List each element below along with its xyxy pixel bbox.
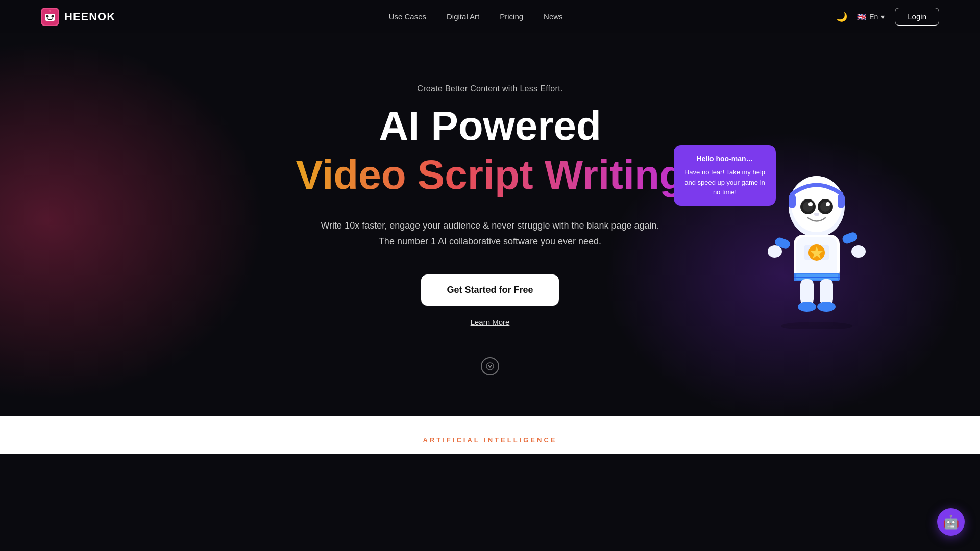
nav-item-digital-art[interactable]: Digital Art (447, 12, 479, 21)
chatbot-button[interactable]: 🤖 (937, 508, 965, 536)
hero-section: Hello hoo-man… Have no fear! Take my hel… (0, 33, 980, 416)
nav-links: Use Cases Digital Art Pricing News (389, 12, 563, 21)
nav-right: 🌙 🇬🇧 En ▾ Login (836, 8, 939, 26)
brand-name: HEENOK (64, 10, 115, 23)
robot-character-area: Hello hoo-man… Have no fear! Take my hel… (755, 115, 878, 319)
svg-rect-10 (838, 194, 845, 208)
hero-description: Write 10x faster, engage your audience &… (321, 218, 659, 249)
svg-rect-17 (814, 213, 819, 216)
svg-point-32 (798, 302, 816, 312)
logo[interactable]: HEENOK (41, 8, 115, 26)
nav-item-news[interactable]: News (544, 12, 563, 21)
svg-point-3 (46, 15, 49, 17)
nav-item-use-cases[interactable]: Use Cases (389, 12, 426, 21)
hero-desc-line1: Write 10x faster, engage your audience &… (321, 220, 659, 231)
nav-item-pricing[interactable]: Pricing (500, 12, 523, 21)
scroll-down-indicator[interactable] (481, 357, 499, 375)
login-button[interactable]: Login (895, 8, 939, 26)
hero-title-line2: Video Script Writing (296, 153, 684, 197)
svg-point-4 (52, 15, 54, 17)
svg-point-34 (781, 322, 852, 329)
bubble-title: Hello hoo-man… (684, 154, 766, 164)
svg-point-15 (808, 202, 813, 206)
ai-label: ARTIFICIAL INTELLIGENCE (0, 436, 980, 444)
bubble-body: Have no fear! Take my help and speed up … (684, 167, 766, 197)
hero-subtitle: Create Better Content with Less Effort. (417, 84, 562, 93)
hero-desc-line2: The number 1 AI collaborative software y… (379, 236, 601, 246)
chevron-down-icon: ▾ (881, 13, 885, 21)
svg-rect-30 (800, 279, 814, 305)
scroll-down-icon (486, 362, 494, 370)
flag-icon: 🇬🇧 (857, 13, 866, 21)
svg-point-35 (486, 363, 494, 370)
robot-speech-bubble: Hello hoo-man… Have no fear! Take my hel… (674, 145, 776, 206)
svg-rect-9 (789, 194, 796, 208)
svg-rect-31 (820, 279, 833, 305)
svg-point-29 (851, 245, 866, 258)
svg-point-27 (768, 245, 782, 258)
svg-point-6 (49, 10, 51, 12)
theme-toggle-icon[interactable]: 🌙 (836, 11, 847, 22)
learn-more-link[interactable]: Learn More (471, 318, 510, 327)
hero-title-line1: AI Powered (379, 104, 601, 148)
lang-label: En (869, 13, 878, 21)
logo-icon (41, 8, 59, 26)
get-started-button[interactable]: Get Started for Free (421, 274, 558, 306)
svg-point-33 (817, 302, 836, 312)
lang-selector[interactable]: 🇬🇧 En ▾ (857, 13, 885, 21)
chatbot-icon: 🤖 (943, 514, 959, 530)
svg-rect-28 (841, 231, 859, 245)
bottom-section: ARTIFICIAL INTELLIGENCE (0, 416, 980, 454)
navbar: HEENOK Use Cases Digital Art Pricing New… (0, 0, 980, 33)
svg-point-16 (826, 202, 830, 206)
